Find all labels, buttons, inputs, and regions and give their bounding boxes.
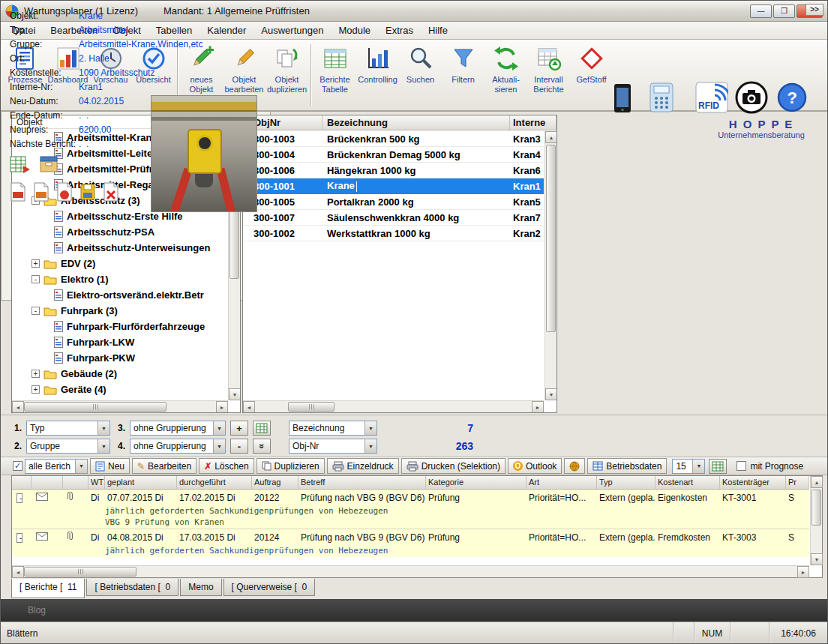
tab-querverweise[interactable]: [ Querverweise [ 0 <box>224 579 316 596</box>
camera-logo-icon[interactable] <box>734 80 769 118</box>
prognose-option[interactable]: mit Prognose <box>736 461 803 472</box>
tab-berichte[interactable]: [ Berichte [ 11 <box>11 579 85 598</box>
chevron-down-icon[interactable]: ▼ <box>364 439 376 453</box>
scrollbar-thumb[interactable] <box>546 145 556 332</box>
export-grid-icon[interactable] <box>10 155 31 175</box>
chevron-down-icon[interactable]: ▼ <box>692 460 704 473</box>
tree-item[interactable]: Fuhrpark-Flurförderfahrzeuge <box>12 319 228 334</box>
scroll-down-icon[interactable]: ▼ <box>811 553 823 565</box>
report-filter-select[interactable]: alle Berich▼ <box>25 459 88 474</box>
remove-grouping-button[interactable]: - <box>230 439 248 454</box>
sort-select-bezeichnung[interactable]: Bezeichnung▼ <box>289 421 377 436</box>
tree-item[interactable]: Arbeitsschutz-PSA <box>12 224 228 240</box>
filter-checkbox[interactable]: ✓ <box>13 461 22 471</box>
chevron-down-icon[interactable]: ▼ <box>213 421 225 435</box>
tree-item-folder[interactable]: +Gebäude (2) <box>12 366 228 382</box>
tree-horizontal-scrollbar[interactable]: ◄ ► <box>12 400 228 412</box>
help-icon[interactable]: ? <box>776 82 808 116</box>
prognose-checkbox[interactable] <box>736 461 746 471</box>
edit-report-button[interactable]: ✎Bearbeiten <box>132 458 196 474</box>
object-table-vertical-scrollbar[interactable]: ▲ ▼ <box>544 131 556 400</box>
column-art[interactable]: Art <box>526 476 597 489</box>
chevron-down-icon[interactable]: ▼ <box>75 460 87 473</box>
outlook-button[interactable]: OOutlook <box>508 458 562 474</box>
scroll-right-icon[interactable]: ► <box>797 566 809 578</box>
web-button[interactable] <box>564 458 585 474</box>
grouping-table-button[interactable] <box>253 421 271 436</box>
object-table-horizontal-scrollbar[interactable]: ◄ ► <box>243 400 544 412</box>
betriebsdaten-button[interactable]: Betriebsdaten <box>587 458 667 474</box>
tab-memo[interactable]: Memo <box>180 579 221 596</box>
column-typ[interactable]: Typ <box>597 476 656 489</box>
tree-item[interactable]: Fuhrpark-LKW <box>12 334 228 350</box>
scroll-left-icon[interactable]: ◄ <box>243 401 255 413</box>
object-row[interactable]: 300-1007Säulenschwenkkran 4000 kgKran7 <box>243 210 544 226</box>
column-kategorie[interactable]: Kategorie <box>426 476 526 489</box>
reports-horizontal-scrollbar[interactable]: ◄ ► <box>12 565 809 577</box>
tree-item-folder[interactable]: -Fuhrpark (3) <box>12 303 228 319</box>
single-print-button[interactable]: Einzeldruck <box>327 458 399 474</box>
scroll-left-icon[interactable]: ◄ <box>12 566 24 578</box>
chevron-down-icon[interactable]: ▼ <box>98 421 110 435</box>
print-selection-button[interactable]: Drucken (Selektion) <box>401 458 506 474</box>
grouping-select-3[interactable]: ohne Gruppierung▼ <box>130 421 226 436</box>
archive-box-icon[interactable] <box>38 155 59 175</box>
scrollbar-thumb[interactable] <box>288 402 334 412</box>
scroll-down-icon[interactable]: ▼ <box>229 388 241 400</box>
report-row[interactable]: - Di 07.07.2015 Di 17.02.2015 Di 20122 P… <box>12 490 809 506</box>
scroll-left-icon[interactable]: ◄ <box>12 401 24 413</box>
object-row[interactable]: 300-1006Hängekran 1000 kgKran6 <box>243 163 544 178</box>
tree-item-folder[interactable]: +Geräte (4) <box>12 382 228 397</box>
grouping-select-1[interactable]: Typ▼ <box>26 421 110 436</box>
report-grid-button[interactable] <box>709 459 727 474</box>
tab-betriebsdaten[interactable]: [ Betriebsdaten [ 0 <box>86 579 178 596</box>
collapse-row-icon[interactable]: - <box>16 533 22 543</box>
scroll-right-icon[interactable]: ► <box>216 401 228 413</box>
page-size-select[interactable]: 15▼ <box>672 459 705 474</box>
collapse-row-icon[interactable]: - <box>16 493 22 503</box>
object-row[interactable]: 300-1005Portalkran 2000 kgKran5 <box>243 194 544 210</box>
column-betreff[interactable]: Betreff <box>298 476 426 489</box>
column-auftrag[interactable]: Auftrag <box>252 476 298 489</box>
tree-item-folder[interactable]: +EDV (2) <box>12 256 228 271</box>
scrollbar-thumb[interactable] <box>24 402 166 412</box>
scrollbar-thumb[interactable] <box>24 567 136 577</box>
chevron-down-icon[interactable]: ▼ <box>213 439 225 453</box>
floppy-save-icon[interactable] <box>80 182 96 202</box>
expand-icon[interactable]: + <box>32 259 40 268</box>
maximize-button[interactable]: ❐ <box>773 4 795 18</box>
duplicate-report-button[interactable]: Duplizieren <box>256 458 325 474</box>
object-row[interactable]: 300-1002Werkstattkran 1000 kgKran2 <box>243 226 544 241</box>
scroll-down-icon[interactable]: ▼ <box>545 388 557 400</box>
tree-item[interactable]: Elektro-ortsveränd.elektr.Betr <box>12 287 228 303</box>
collapse-icon[interactable]: - <box>32 307 40 315</box>
scrollbar-thumb[interactable] <box>812 490 821 526</box>
sort-select-objnr[interactable]: Obj-Nr▼ <box>289 439 377 454</box>
expand-details-button[interactable]: >> <box>806 4 824 16</box>
delete-report-button[interactable]: ✗Löschen <box>199 458 254 474</box>
tree-item-folder[interactable]: -Elektro (1) <box>12 271 228 287</box>
pdf-print-icon[interactable] <box>33 182 50 202</box>
pdf-mail-icon[interactable] <box>56 182 73 202</box>
expand-all-button[interactable]: » <box>253 439 271 454</box>
scroll-up-icon[interactable]: ▲ <box>811 476 823 488</box>
object-row-selected[interactable]: ▶300-1001KraneKran1 <box>243 178 544 194</box>
pdf-export-icon[interactable] <box>10 182 26 202</box>
add-grouping-button[interactable]: + <box>230 421 248 436</box>
grouping-select-4[interactable]: ohne Gruppierung▼ <box>130 439 226 454</box>
report-row[interactable]: - Di 04.08.2015 Di 17.03.2015 Di 20124 P… <box>12 529 809 546</box>
column-wt[interactable]: WT <box>88 476 105 489</box>
expand-icon[interactable]: + <box>32 370 40 378</box>
tree-item[interactable]: Fuhrpark-PKW <box>12 350 228 366</box>
reports-vertical-scrollbar[interactable]: ▲ ▼ <box>810 476 822 565</box>
column-kostenart[interactable]: Kostenart <box>656 476 720 489</box>
column-pr[interactable]: Pr <box>786 476 809 489</box>
column-geplant[interactable]: geplant <box>105 476 177 489</box>
grouping-select-2[interactable]: Gruppe▼ <box>26 439 110 454</box>
column-kostentraeger[interactable]: Kostenträger <box>720 476 786 489</box>
collapse-icon[interactable]: - <box>32 275 40 283</box>
chevron-down-icon[interactable]: ▼ <box>98 439 110 453</box>
delete-document-icon[interactable] <box>103 182 119 202</box>
minimize-button[interactable]: — <box>750 4 772 18</box>
chevron-down-icon[interactable]: ▼ <box>364 421 376 435</box>
